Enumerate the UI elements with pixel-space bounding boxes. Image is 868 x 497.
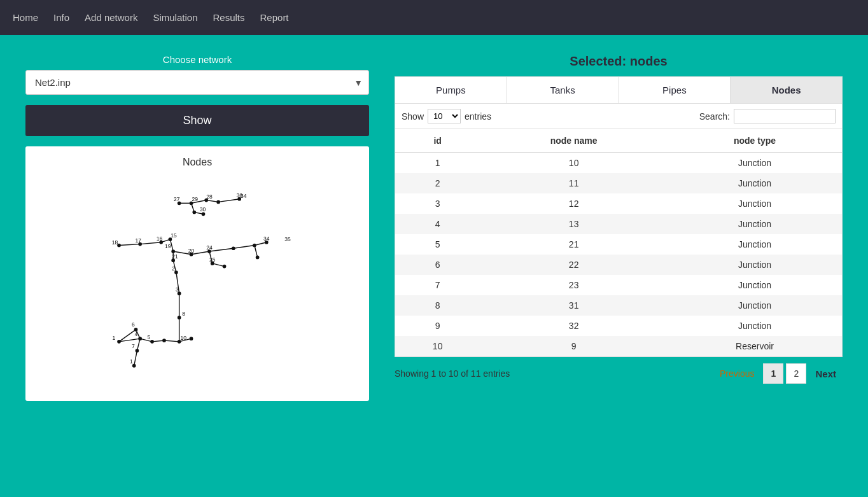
- page-1-button[interactable]: 1: [763, 363, 783, 384]
- search-input[interactable]: [734, 109, 836, 123]
- cell-id: 2: [395, 173, 480, 193]
- network-select-container: Net2.inp ▼: [25, 70, 369, 95]
- tab-pumps[interactable]: Pumps: [395, 77, 507, 103]
- svg-point-48: [232, 246, 235, 250]
- svg-line-17: [255, 246, 258, 258]
- col-node-type: node type: [668, 129, 842, 153]
- right-panel: Selected: nodes Pumps Tanks Pipes Nodes …: [395, 54, 843, 478]
- svg-point-58: [138, 337, 142, 340]
- svg-line-28: [134, 351, 137, 366]
- svg-point-60: [162, 339, 166, 342]
- show-button[interactable]: Show: [25, 105, 369, 136]
- svg-text:10: 10: [181, 335, 187, 341]
- nav-info[interactable]: Info: [53, 10, 69, 25]
- svg-point-49: [253, 244, 256, 248]
- cell-id: 10: [395, 336, 480, 357]
- svg-point-55: [178, 316, 181, 319]
- svg-point-35: [216, 200, 220, 204]
- pagination-controls: Previous 1 2 Next: [713, 363, 843, 384]
- tab-tanks[interactable]: Tanks: [507, 77, 619, 103]
- nav-report[interactable]: Report: [260, 10, 289, 25]
- nav-results[interactable]: Results: [213, 10, 244, 25]
- svg-text:1: 1: [113, 335, 116, 341]
- prev-button[interactable]: Previous: [713, 365, 760, 382]
- svg-line-14: [209, 248, 234, 251]
- cell-node_name: 22: [480, 255, 668, 275]
- cell-node_type: Junction: [668, 295, 842, 316]
- cell-node_name: 10: [480, 153, 668, 174]
- svg-line-15: [234, 246, 255, 249]
- cell-node_name: 12: [480, 193, 668, 214]
- data-table: id node name node type 110Junction211Jun…: [395, 129, 843, 357]
- svg-line-6: [119, 244, 140, 246]
- cell-id: 9: [395, 316, 480, 336]
- svg-line-25: [152, 340, 164, 342]
- svg-point-53: [223, 265, 227, 269]
- tab-nodes[interactable]: Nodes: [731, 77, 842, 103]
- cell-node_name: 9: [480, 336, 668, 357]
- svg-text:6: 6: [132, 321, 135, 328]
- diagram-container: Nodes: [25, 146, 369, 401]
- navbar: Home Info Add network Simulation Results…: [0, 0, 868, 35]
- cell-id: 1: [395, 153, 480, 174]
- cell-node_name: 13: [480, 214, 668, 234]
- pagination: Showing 1 to 10 of 11 entries Previous 1…: [395, 357, 843, 390]
- svg-line-16: [255, 242, 267, 246]
- entries-label: entries: [465, 111, 491, 122]
- search-label: Search:: [699, 111, 730, 122]
- selected-title: Selected: nodes: [395, 54, 843, 69]
- svg-text:24: 24: [206, 244, 213, 251]
- nav-home[interactable]: Home: [13, 10, 38, 25]
- col-id: id: [395, 129, 480, 153]
- diagram-title: Nodes: [36, 157, 359, 168]
- svg-text:15: 15: [171, 232, 177, 239]
- cell-id: 3: [395, 193, 480, 214]
- svg-point-59: [150, 340, 154, 344]
- svg-point-43: [171, 249, 175, 253]
- svg-text:5: 5: [147, 334, 150, 340]
- svg-text:29: 29: [192, 196, 198, 202]
- svg-point-51: [256, 256, 260, 260]
- nav-simulation[interactable]: Simulation: [153, 10, 197, 25]
- svg-text:17: 17: [136, 237, 142, 244]
- svg-text:34: 34: [241, 193, 247, 199]
- entries-select[interactable]: 10 25 50 100: [428, 109, 461, 123]
- cell-node_name: 31: [480, 295, 668, 316]
- svg-line-27: [137, 339, 140, 351]
- svg-text:18: 18: [112, 239, 118, 246]
- table-row: 932Junction: [395, 316, 843, 336]
- svg-point-38: [202, 212, 206, 216]
- cell-node_type: Junction: [668, 255, 842, 275]
- network-select[interactable]: Net2.inp: [25, 70, 369, 95]
- page-2-button[interactable]: 2: [786, 363, 806, 384]
- cell-node_type: Junction: [668, 275, 842, 295]
- show-label: Show: [402, 111, 424, 122]
- svg-text:8: 8: [182, 311, 185, 317]
- svg-line-26: [164, 340, 179, 342]
- cell-id: 5: [395, 234, 480, 255]
- svg-text:16: 16: [157, 235, 163, 242]
- svg-line-2: [206, 200, 218, 202]
- table-row: 521Junction: [395, 234, 843, 255]
- cell-id: 8: [395, 295, 480, 316]
- svg-line-19: [213, 263, 225, 267]
- table-controls: Show 10 25 50 100 entries Search:: [395, 104, 843, 129]
- network-diagram: 27 29 30 28 36 34 34 18 17 16 35 15 19 2…: [36, 173, 359, 396]
- table-row: 109Reservoir: [395, 336, 843, 357]
- svg-text:27: 27: [174, 196, 180, 202]
- cell-node_type: Junction: [668, 193, 842, 214]
- svg-text:30: 30: [200, 206, 206, 213]
- showing-text: Showing 1 to 10 of 11 entries: [395, 368, 510, 379]
- table-row: 312Junction: [395, 193, 843, 214]
- choose-network-label: Choose network: [25, 54, 369, 65]
- svg-text:2: 2: [172, 265, 175, 272]
- nav-add-network[interactable]: Add network: [85, 10, 137, 25]
- svg-line-3: [218, 199, 239, 202]
- table-row: 211Junction: [395, 173, 843, 193]
- next-button[interactable]: Next: [809, 365, 843, 383]
- table-row: 831Junction: [395, 295, 843, 316]
- cell-node_type: Junction: [668, 234, 842, 255]
- cell-node_type: Junction: [668, 316, 842, 336]
- cell-node_type: Reservoir: [668, 336, 842, 357]
- tab-pipes[interactable]: Pipes: [619, 77, 731, 103]
